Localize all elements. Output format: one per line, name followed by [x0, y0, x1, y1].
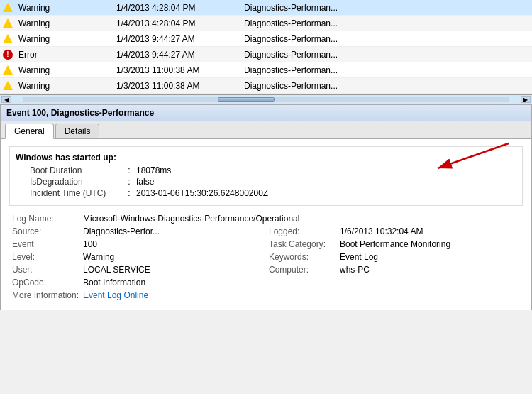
source-cell: Diagnostics-Performan...: [244, 34, 529, 44]
level-label: Error: [18, 50, 38, 60]
warning-icon: [3, 34, 13, 43]
list-row[interactable]: Warning 1/3/2013 11:00:38 AM Diagnostics…: [0, 62, 532, 78]
info-label: Level:: [12, 252, 83, 262]
desc-field-sep: :: [122, 165, 136, 175]
error-icon: !: [3, 50, 13, 60]
desc-field-sep: :: [122, 188, 136, 198]
desc-field-label: IsDegradation: [30, 177, 122, 187]
info-left-col: Level: Warning: [9, 251, 266, 263]
info-value: Warning: [83, 252, 114, 262]
detail-panel: Event 100, Diagnostics-Performance Gener…: [0, 104, 532, 310]
list-row[interactable]: ! Error 1/4/2013 9:44:27 AM Diagnostics-…: [0, 47, 532, 62]
info-label: Logged:: [269, 226, 340, 236]
level-cell: Warning: [3, 3, 116, 13]
desc-field-value: false: [136, 177, 154, 187]
info-label: Source:: [12, 226, 83, 236]
info-right-col: Task Category: Boot Performance Monitori…: [266, 239, 523, 250]
level-cell: ! Error: [3, 50, 116, 60]
date-cell: 1/4/2013 9:44:27 AM: [116, 50, 244, 60]
source-cell: Diagnostics-Performan...: [244, 81, 529, 91]
level-label: Warning: [18, 3, 50, 13]
desc-field-label: Incident Time (UTC): [30, 188, 122, 198]
tab-details[interactable]: Details: [55, 124, 100, 138]
info-value: Microsoft-Windows-Diagnostics-Performanc…: [83, 214, 299, 224]
level-cell: Warning: [3, 65, 116, 75]
info-label: More Information:: [12, 290, 83, 300]
desc-field-label: Boot Duration: [30, 165, 122, 175]
info-value: Boot Information: [83, 278, 145, 288]
level-label: Warning: [18, 81, 50, 91]
info-label: Computer:: [269, 265, 340, 275]
info-right-col: Keywords: Event Log: [266, 251, 523, 263]
info-label: Keywords:: [269, 252, 340, 262]
info-left-col: Source: Diagnostics-Perfor...: [9, 226, 266, 237]
scrollbar-track[interactable]: [23, 97, 509, 102]
list-rows: Warning 1/4/2013 4:28:04 PM Diagnostics-…: [0, 0, 532, 94]
info-row-opcode: OpCode: Boot Information: [9, 277, 523, 288]
date-cell: 1/4/2013 4:28:04 PM: [116, 18, 244, 28]
level-label: Warning: [18, 18, 50, 28]
level-label: Warning: [18, 34, 50, 44]
event-list: Warning 1/4/2013 4:28:04 PM Diagnostics-…: [0, 0, 532, 94]
info-right-col: Computer: whs-PC: [266, 264, 523, 275]
list-row[interactable]: Warning 1/4/2013 4:28:04 PM Diagnostics-…: [0, 0, 532, 16]
info-value: LOCAL SERVICE: [83, 265, 150, 275]
event-log-online-link[interactable]: Event Log Online: [83, 290, 148, 300]
info-value: Boot Performance Monitoring: [340, 239, 450, 249]
detail-title: Event 100, Diagnostics-Performance: [1, 105, 531, 121]
desc-field-value: 2013-01-06T15:30:26.624800200Z: [136, 188, 268, 198]
list-row[interactable]: Warning 1/3/2013 11:00:38 AM Diagnostics…: [0, 78, 532, 94]
level-cell: Warning: [3, 34, 116, 44]
source-cell: Diagnostics-Performan...: [244, 18, 529, 28]
info-value: Diagnostics-Perfor...: [83, 226, 160, 236]
info-value: 100: [83, 239, 97, 249]
desc-field-sep: :: [122, 177, 136, 187]
detail-content: Windows has started up: Boot Duration : …: [1, 139, 531, 310]
info-label: OpCode:: [12, 278, 83, 288]
info-label: User:: [12, 265, 83, 275]
list-row[interactable]: Warning 1/4/2013 9:44:27 AM Diagnostics-…: [0, 31, 532, 47]
warning-icon: [3, 3, 13, 12]
event-description: Windows has started up: Boot Duration : …: [9, 146, 523, 206]
date-cell: 1/3/2013 11:00:38 AM: [116, 81, 244, 91]
info-section: Log Name: Microsoft-Windows-Diagnostics-…: [9, 213, 523, 301]
source-cell: Diagnostics-Performan...: [244, 65, 529, 75]
tab-general[interactable]: General: [5, 124, 54, 139]
info-value: Event Log: [340, 252, 378, 262]
desc-field-row: Boot Duration : 18078ms: [30, 165, 516, 175]
info-label: Log Name:: [12, 214, 83, 224]
desc-fields: Boot Duration : 18078ms IsDegradation : …: [16, 165, 516, 198]
desc-field-value: 18078ms: [136, 165, 171, 175]
warning-icon: [3, 81, 13, 90]
info-right-col: Logged: 1/6/2013 10:32:04 AM: [266, 226, 523, 237]
warning-icon: [3, 18, 13, 28]
level-label: Warning: [18, 65, 50, 75]
info-left-col: User: LOCAL SERVICE: [9, 264, 266, 275]
info-row-logname: Log Name: Microsoft-Windows-Diagnostics-…: [9, 213, 523, 224]
info-pair-row: Level: Warning Keywords: Event Log: [9, 251, 523, 263]
info-value: whs-PC: [340, 265, 370, 275]
source-cell: Diagnostics-Performan...: [244, 50, 529, 60]
scrollbar-thumb[interactable]: [218, 97, 275, 102]
date-cell: 1/4/2013 9:44:27 AM: [116, 34, 244, 44]
level-cell: Warning: [3, 81, 116, 91]
desc-field-row: IsDegradation : false: [30, 177, 516, 187]
date-cell: 1/3/2013 11:00:38 AM: [116, 65, 244, 75]
tabs-bar: General Details: [1, 121, 531, 139]
horizontal-scrollbar[interactable]: ◀ ▶: [0, 94, 532, 104]
list-row[interactable]: Warning 1/4/2013 4:28:04 PM Diagnostics-…: [0, 16, 532, 31]
scroll-left-arrow[interactable]: ◀: [1, 96, 11, 103]
source-cell: Diagnostics-Performan...: [244, 3, 529, 13]
level-cell: Warning: [3, 18, 116, 28]
info-value: 1/6/2013 10:32:04 AM: [340, 226, 423, 236]
info-rows: Log Name: Microsoft-Windows-Diagnostics-…: [9, 213, 523, 301]
info-pair-row: Event 100 Task Category: Boot Performanc…: [9, 239, 523, 250]
desc-field-row: Incident Time (UTC) : 2013-01-06T15:30:2…: [30, 188, 516, 198]
info-pair-row: Source: Diagnostics-Perfor... Logged: 1/…: [9, 226, 523, 237]
info-left-col: Event 100: [9, 239, 266, 250]
scroll-right-arrow[interactable]: ▶: [521, 96, 531, 103]
info-label: Event: [12, 239, 83, 249]
info-pair-row: User: LOCAL SERVICE Computer: whs-PC: [9, 264, 523, 275]
date-cell: 1/4/2013 4:28:04 PM: [116, 3, 244, 13]
info-row-more: More Information: Event Log Online: [9, 290, 523, 301]
